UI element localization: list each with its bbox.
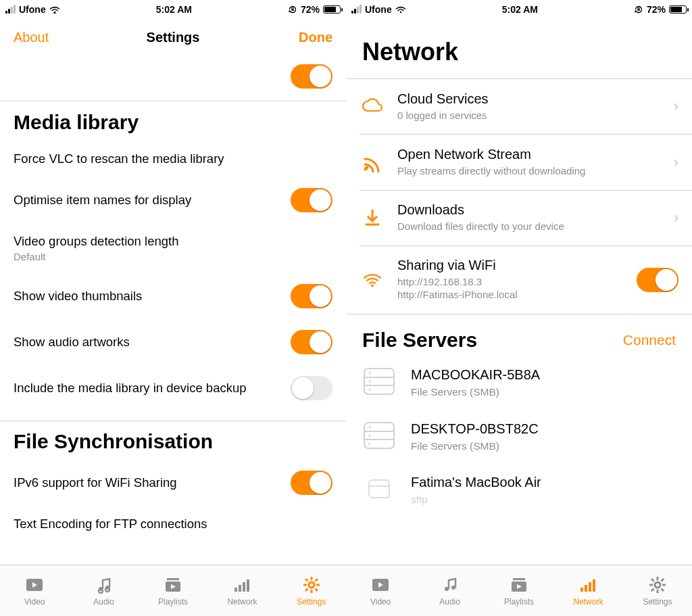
file-sync-header: File Synchronisation [0,421,346,460]
tab-settings[interactable]: Settings [623,565,692,616]
artworks-row: Show audio artworks [0,319,346,365]
gear-icon [647,575,668,594]
chevron-right-icon: › [670,209,678,227]
tab-video-label: Video [24,597,45,607]
ftp-encoding-label: Text Encoding for FTP connections [14,517,332,531]
downloads-row[interactable]: Downloads Download files directly to you… [346,190,692,245]
server-icon [362,479,396,502]
video-icon [24,575,45,594]
tab-bar: Video Audio Playlists Network Settings [0,565,346,616]
carrier-label: Ufone [19,4,46,15]
tab-video-label: Video [370,597,391,607]
network-bars-icon [578,575,598,594]
server-row[interactable]: Fatima's MacBook Air sftp [346,464,692,506]
svg-point-22 [399,11,401,14]
tab-network-label: Network [573,597,603,607]
stream-icon [360,152,385,172]
cloud-sub: 0 logged in services [397,110,658,122]
tab-video[interactable]: Video [346,565,415,616]
force-rescan-label: Force VLC to rescan the media library [14,151,332,166]
clock: 5:02 AM [156,4,192,15]
wifi-icon [395,5,406,14]
wifi-share-icon [360,271,385,289]
battery-percent: 72% [647,4,666,15]
thumbnails-label: Show video thumbnails [14,289,291,304]
connect-button[interactable]: Connect [623,332,676,348]
tab-playlists[interactable]: Playlists [139,565,207,616]
tab-settings-label: Settings [643,597,672,607]
optimise-names-toggle[interactable] [291,188,332,212]
svg-line-60 [651,588,654,591]
svg-rect-6 [167,578,179,580]
server-row[interactable]: DESKTOP-0BST82C File Servers (SMB) [346,410,692,464]
server-row[interactable]: MACBOOKAIR-5B8A File Servers (SMB) [346,356,692,410]
server-proto: File Servers (SMB) [411,440,539,452]
server-name: MACBOOKAIR-5B8A [411,367,540,383]
tab-playlists[interactable]: Playlists [485,565,553,616]
server-name: DESKTOP-0BST82C [411,421,539,437]
svg-rect-49 [580,588,583,592]
cloud-title: Cloud Services [397,91,658,107]
rotation-lock-icon [288,5,297,14]
tab-network[interactable]: Network [207,565,276,616]
backup-row: Include the media library in device back… [0,365,346,411]
svg-rect-51 [589,582,591,592]
backup-toggle[interactable] [291,376,332,400]
tab-video[interactable]: Video [0,565,69,616]
svg-point-33 [369,389,371,391]
force-rescan-row[interactable]: Force VLC to rescan the media library [0,141,346,177]
tab-settings[interactable]: Settings [277,565,346,616]
server-name: Fatima's MacBook Air [411,475,541,490]
video-icon [370,575,391,594]
tab-playlists-label: Playlists [158,597,188,607]
svg-line-19 [315,588,318,591]
tab-audio-label: Audio [439,597,460,607]
done-button[interactable]: Done [278,30,332,45]
ipv6-toggle[interactable] [291,471,332,495]
settings-screen: Ufone 5:02 AM 72% About Settings Done Me… [0,0,346,616]
svg-point-24 [365,166,368,170]
about-button[interactable]: About [14,30,68,45]
server-proto: File Servers (SMB) [411,386,540,398]
battery-icon [323,5,341,14]
settings-title: Settings [147,30,200,45]
stream-title: Open Network Stream [397,147,658,162]
status-bar: Ufone 5:02 AM 72% [346,0,692,19]
svg-rect-12 [247,579,249,592]
media-library-header: Media library [0,101,346,141]
svg-point-45 [451,586,455,590]
chevron-right-icon: › [670,153,678,171]
status-bar: Ufone 5:02 AM 72% [0,0,346,19]
thumbnails-toggle[interactable] [291,284,332,308]
tab-audio-label: Audio [93,597,114,607]
groups-length-row[interactable]: Video groups detection length Default [0,223,346,273]
network-bars-icon [232,575,252,594]
artworks-toggle[interactable] [291,330,332,354]
svg-rect-52 [593,579,595,592]
wifi-icon [49,5,60,14]
network-screen: Ufone 5:02 AM 72% Network Cloud Services… [346,0,692,616]
tab-audio[interactable]: Audio [415,565,484,616]
wifi-sharing-toggle[interactable] [637,268,678,292]
tab-audio[interactable]: Audio [69,565,138,616]
ipv6-row: IPv6 support for WiFi Sharing [0,460,346,506]
wifi-title: Sharing via WiFi [397,258,624,273]
svg-point-13 [309,582,314,588]
svg-rect-23 [637,9,640,11]
wifi-url-1: http://192.168.18.3 [397,276,624,289]
carrier-label: Ufone [365,4,392,15]
rotation-lock-icon [634,5,643,14]
tab-network[interactable]: Network [553,565,622,616]
ftp-encoding-row[interactable]: Text Encoding for FTP connections [0,506,346,542]
svg-point-4 [99,587,103,591]
cloud-services-row[interactable]: Cloud Services 0 logged in services › [346,79,692,135]
svg-rect-11 [243,582,245,592]
svg-point-0 [53,11,55,14]
open-stream-row[interactable]: Open Network Stream Play streams directl… [346,135,692,190]
optimise-names-row: Optimise item names for display [0,177,346,223]
cell-signal-icon [5,5,16,14]
network-content: Network Cloud Services 0 logged in servi… [346,19,692,565]
unknown-toggle[interactable] [291,64,332,89]
svg-point-44 [445,587,449,591]
wifi-sharing-row: Sharing via WiFi http://192.168.18.3 htt… [346,245,692,314]
